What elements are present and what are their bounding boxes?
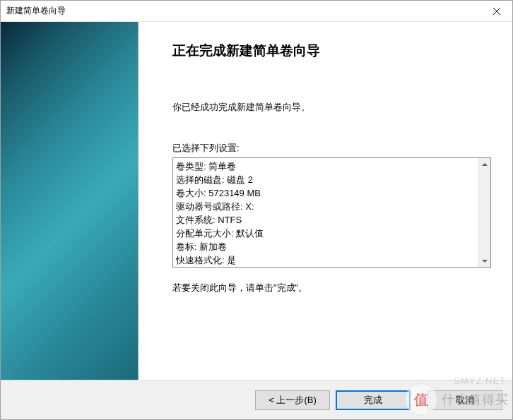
list-item: 快速格式化: 是 (176, 253, 476, 267)
window-title: 新建简单卷向导 (6, 5, 66, 17)
scroll-up-button[interactable] (479, 158, 490, 170)
cancel-button[interactable]: 取消 (428, 390, 502, 410)
wizard-sidebar-image (1, 22, 138, 380)
list-item: 分配单元大小: 默认值 (176, 227, 476, 240)
wizard-window: 新建简单卷向导 正在完成新建简单卷向导 你已经成功完成新建简单卷向导。 已选择下… (0, 0, 513, 420)
closing-instruction: 若要关闭此向导，请单击"完成"。 (172, 282, 491, 294)
list-item: 驱动器号或路径: X: (176, 200, 476, 213)
list-item: 卷类型: 简单卷 (176, 160, 476, 173)
settings-listbox[interactable]: 卷类型: 简单卷 选择的磁盘: 磁盘 2 卷大小: 5723149 MB 驱动器… (172, 157, 491, 268)
scrollbar[interactable] (478, 158, 490, 267)
settings-label: 已选择下列设置: (172, 142, 491, 155)
settings-list-content: 卷类型: 简单卷 选择的磁盘: 磁盘 2 卷大小: 5723149 MB 驱动器… (173, 158, 478, 267)
list-item: 卷大小: 5723149 MB (176, 186, 476, 200)
list-item: 文件系统: NTFS (176, 213, 476, 227)
close-icon (493, 8, 500, 15)
scroll-down-button[interactable] (479, 255, 490, 267)
wizard-body: 正在完成新建简单卷向导 你已经成功完成新建简单卷向导。 已选择下列设置: 卷类型… (1, 22, 512, 380)
chevron-up-icon (482, 162, 488, 167)
finish-button[interactable]: 完成 (336, 390, 411, 410)
titlebar: 新建简单卷向导 (1, 1, 512, 22)
chevron-down-icon (482, 258, 488, 264)
page-heading: 正在完成新建简单卷向导 (172, 42, 491, 60)
intro-text: 你已经成功完成新建简单卷向导。 (172, 101, 491, 114)
list-item: 选择的磁盘: 磁盘 2 (176, 173, 476, 186)
list-item: 卷标: 新加卷 (176, 240, 476, 253)
wizard-content: 正在完成新建简单卷向导 你已经成功完成新建简单卷向导。 已选择下列设置: 卷类型… (138, 22, 512, 380)
back-button[interactable]: < 上一步(B) (255, 390, 330, 410)
close-button[interactable] (480, 1, 512, 21)
wizard-footer: < 上一步(B) 完成 取消 (1, 380, 512, 419)
